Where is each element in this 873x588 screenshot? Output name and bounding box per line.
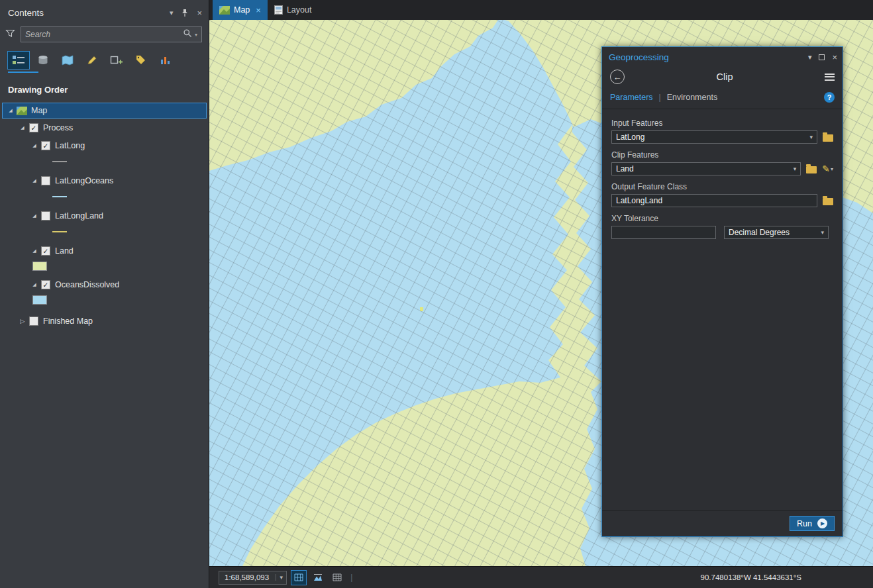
layer-visibility-checkbox[interactable] [41, 211, 50, 220]
map-status-bar: 1:68,589,093 ▾ | 90.7480138°W 41.5443631… [209, 566, 873, 588]
browse-folder-icon[interactable] [823, 198, 833, 205]
close-icon[interactable]: × [197, 8, 202, 18]
expand-collapse-icon[interactable]: ◢ [30, 143, 39, 148]
search-icon-glyph [183, 28, 192, 38]
table-view-button[interactable] [330, 571, 344, 585]
tree-item-label: Finished Map [43, 317, 93, 326]
symbol-row [0, 223, 209, 240]
geoprocessing-panel-title: Geoprocessing [609, 52, 801, 62]
list-by-snapping-button[interactable] [130, 52, 152, 69]
chevron-down-icon[interactable]: ▾ [809, 134, 813, 140]
tab-environments[interactable]: Environments [667, 93, 717, 102]
chevron-down-icon[interactable]: ▾ [276, 574, 286, 581]
layer-visibility-checkbox[interactable] [41, 176, 50, 185]
pin-icon[interactable] [181, 9, 189, 17]
expand-collapse-icon[interactable]: ◢ [30, 213, 39, 219]
tab-separator: | [659, 93, 661, 102]
run-button[interactable]: Run ▶ [790, 516, 835, 531]
back-arrow-icon: ← [613, 72, 622, 82]
geoprocessing-footer: Run ▶ [602, 510, 843, 536]
run-button-label: Run [797, 519, 812, 528]
layer-visibility-checkbox[interactable]: ✓ [41, 246, 50, 256]
grid-toggle-button[interactable] [291, 571, 306, 585]
tree-item-map[interactable]: ◢ Map [2, 103, 207, 119]
xy-tolerance-label: XY Tolerance [611, 214, 833, 223]
tree-item-process[interactable]: ◢ ✓ Process [0, 121, 209, 135]
contents-panel-title: Contents [8, 8, 162, 18]
tree-item-latlongland[interactable]: ◢ LatLongLand [0, 209, 209, 223]
tree-item-label: Land [55, 246, 74, 256]
output-feature-class-input[interactable] [611, 194, 817, 207]
geoprocessing-panel: Geoprocessing ▾ × ← Clip Parameters | En… [601, 46, 843, 537]
tree-item-label: Process [43, 123, 73, 132]
help-icon[interactable]: ? [824, 92, 835, 103]
expand-collapse-icon[interactable]: ◢ [30, 282, 39, 287]
pencil-icon: ✎ [822, 164, 830, 173]
tree-item-label: OceansDissolved [55, 280, 119, 289]
menu-icon[interactable] [825, 74, 835, 81]
list-by-editing-button[interactable] [81, 52, 103, 69]
contents-panel: Contents ▾ × ▾ [0, 0, 209, 588]
expand-collapse-icon[interactable]: ◢ [18, 125, 27, 130]
expand-collapse-icon[interactable]: ◢ [30, 248, 39, 254]
polygon-symbol-green[interactable] [32, 262, 47, 271]
undock-icon[interactable] [819, 54, 825, 60]
browse-folder-icon[interactable] [806, 166, 817, 173]
clip-features-value: Land [616, 164, 634, 173]
sketch-tool-button[interactable]: ✎ ▾ [822, 164, 833, 173]
search-icon[interactable] [183, 28, 192, 40]
back-button[interactable]: ← [610, 70, 625, 84]
search-box[interactable]: ▾ [21, 26, 202, 42]
tab-close-icon[interactable]: × [256, 5, 261, 15]
line-symbol-gray[interactable] [52, 161, 67, 162]
tree-item-latlongoceans[interactable]: ◢ LatLongOceans [0, 173, 209, 188]
chevron-down-icon[interactable]: ▾ [821, 229, 824, 236]
search-input[interactable] [25, 30, 180, 39]
grid-icon [294, 573, 303, 581]
layer-visibility-checkbox[interactable] [29, 317, 38, 326]
parameters-form: Input Features LatLong ▾ Clip Features L… [602, 109, 843, 510]
panel-options-caret-icon[interactable]: ▾ [808, 53, 812, 62]
tree-item-land[interactable]: ◢ ✓ Land [0, 244, 209, 258]
drawing-order-icon [12, 55, 25, 66]
list-by-selection-button[interactable] [57, 52, 78, 69]
chevron-down-icon[interactable]: ▾ [794, 166, 797, 172]
clip-features-combo[interactable]: Land ▾ [611, 162, 801, 175]
filter-icon[interactable] [5, 28, 15, 40]
map-scale-select[interactable]: 1:68,589,093 ▾ [219, 571, 287, 585]
search-options-caret-icon[interactable]: ▾ [195, 32, 197, 38]
list-by-data-source-button[interactable] [32, 52, 54, 69]
layer-visibility-checkbox[interactable]: ✓ [29, 123, 38, 132]
expand-collapse-icon[interactable]: ◢ [6, 108, 15, 113]
tab-parameters[interactable]: Parameters [610, 93, 653, 102]
tree-item-oceansdissolved[interactable]: ◢ ✓ OceansDissolved [0, 277, 209, 292]
view-tab-bar: Map × Layout [209, 0, 873, 20]
close-icon[interactable]: × [832, 52, 837, 62]
layer-visibility-checkbox[interactable]: ✓ [41, 141, 50, 150]
tree-item-latlong[interactable]: ◢ ✓ LatLong [0, 138, 209, 153]
input-features-combo[interactable]: LatLong ▾ [611, 130, 817, 144]
symbol-row [0, 292, 209, 308]
tab-layout[interactable]: Layout [268, 0, 319, 20]
tab-map[interactable]: Map × [213, 0, 268, 20]
line-symbol-blue[interactable] [52, 196, 67, 197]
contents-panel-header: Contents ▾ × [0, 0, 209, 21]
snapping-toggle-button[interactable] [311, 571, 325, 585]
input-features-label: Input Features [611, 119, 833, 128]
list-by-labeling-button[interactable] [106, 52, 127, 69]
expand-collapse-icon[interactable]: ▷ [18, 318, 27, 324]
xy-tolerance-input[interactable] [611, 226, 716, 239]
expand-collapse-icon[interactable]: ◢ [30, 178, 39, 183]
browse-folder-icon[interactable] [823, 134, 833, 142]
layer-visibility-checkbox[interactable]: ✓ [41, 280, 50, 289]
panel-options-caret-icon[interactable]: ▾ [170, 9, 174, 17]
xy-tolerance-unit-select[interactable]: Decimal Degrees ▾ [724, 226, 829, 239]
coordinates-readout: 90.7480138°W 41.5443631°S [701, 573, 801, 581]
editing-pencil-icon [86, 55, 98, 66]
tree-item-finished-map[interactable]: ▷ Finished Map [0, 314, 209, 328]
geoprocessing-tabs: Parameters | Environments ? [602, 88, 843, 109]
line-symbol-yellow[interactable] [52, 231, 67, 232]
list-by-charts-button[interactable] [155, 52, 176, 69]
list-by-drawing-order-button[interactable] [8, 52, 29, 69]
polygon-symbol-blue[interactable] [32, 295, 47, 305]
